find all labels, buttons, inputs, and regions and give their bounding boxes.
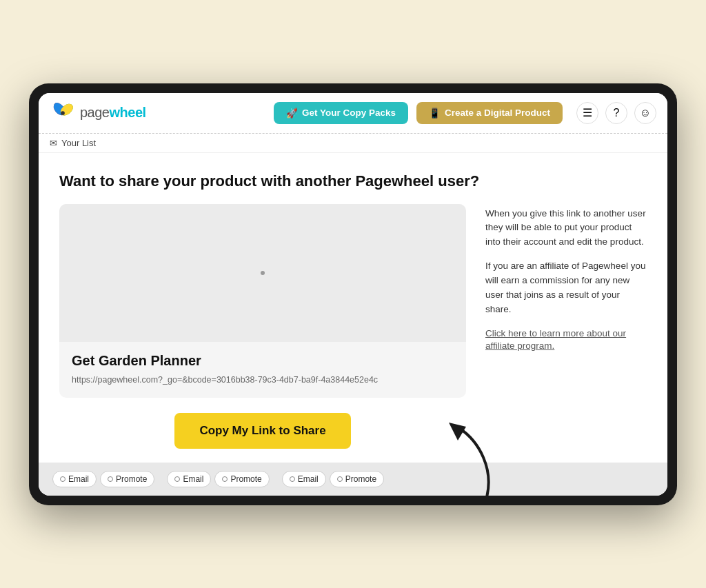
svg-marker-5 (449, 423, 466, 440)
help-icon: ? (614, 107, 620, 119)
product-image-area (59, 204, 466, 342)
content-grid: Get Garden Planner https://pagewheel.com… (59, 204, 647, 398)
email-button-2[interactable]: Email (167, 471, 211, 487)
logo-area: pagewheel (50, 100, 146, 126)
promote-dot-2 (222, 476, 228, 482)
breadcrumb: Your List (61, 138, 96, 148)
get-copy-packs-button[interactable]: 🚀 Get Your Copy Packs (274, 102, 408, 124)
promote-dot-3 (337, 476, 343, 482)
main-content: Want to share your product with another … (39, 153, 667, 463)
menu-icon-button[interactable]: ☰ (576, 102, 598, 124)
logo-text: pagewheel (80, 105, 146, 121)
strip-item-1: Email Promote (52, 471, 154, 487)
strip-item-2: Email Promote (167, 471, 269, 487)
page-title: Want to share your product with another … (59, 172, 647, 190)
create-digital-product-label: Create a Digital Product (445, 108, 550, 118)
get-copy-packs-emoji: 🚀 (286, 108, 298, 119)
bottom-strip: Email Promote Email Promote (39, 463, 667, 496)
menu-icon: ☰ (583, 106, 592, 119)
email-dot-1 (60, 476, 65, 482)
promote-label-1: Promote (116, 474, 147, 484)
nav-icons: ☰ ? ☺ (576, 102, 656, 124)
product-info: Get Garden Planner https://pagewheel.com… (59, 342, 466, 398)
svg-point-4 (61, 111, 65, 115)
product-link[interactable]: https://pagewheel.com?_go=&bcode=3016bb3… (72, 375, 378, 385)
browser-window: pagewheel 🚀 Get Your Copy Packs 📱 Create… (39, 93, 667, 496)
sidebar-info: When you give this link to another user … (485, 204, 647, 352)
promote-dot-1 (108, 476, 113, 482)
product-image-placeholder-dot (261, 271, 265, 275)
email-label-1: Email (68, 474, 89, 484)
email-dot-2 (174, 476, 180, 482)
product-card: Get Garden Planner https://pagewheel.com… (59, 204, 466, 398)
email-button-3[interactable]: Email (282, 471, 326, 487)
envelope-icon: ✉ (50, 138, 57, 148)
promote-button-2[interactable]: Promote (214, 471, 269, 487)
product-name: Get Garden Planner (72, 353, 454, 369)
email-label-2: Email (183, 474, 203, 484)
navbar: pagewheel 🚀 Get Your Copy Packs 📱 Create… (39, 93, 667, 134)
smiley-icon-button[interactable]: ☺ (634, 102, 656, 124)
promote-label-3: Promote (345, 474, 376, 484)
promote-button-3[interactable]: Promote (330, 471, 384, 487)
device-frame: pagewheel 🚀 Get Your Copy Packs 📱 Create… (29, 83, 677, 505)
promote-button-1[interactable]: Promote (100, 471, 154, 487)
sidebar-text-1: When you give this link to another user … (485, 207, 647, 250)
sub-nav: ✉ Your List (39, 134, 667, 153)
affiliate-link[interactable]: Click here to learn more about our affil… (485, 328, 626, 351)
help-icon-button[interactable]: ? (605, 102, 627, 124)
email-button-1[interactable]: Email (52, 471, 97, 487)
logo-icon (50, 100, 76, 126)
strip-item-3: Email Promote (282, 471, 384, 487)
get-copy-packs-label: Get Your Copy Packs (302, 108, 396, 118)
create-digital-product-emoji: 📱 (429, 108, 441, 119)
sidebar-text-2: If you are an affiliate of Pagewheel you… (485, 259, 647, 317)
promote-label-2: Promote (230, 474, 261, 484)
create-digital-product-button[interactable]: 📱 Create a Digital Product (416, 102, 563, 124)
copy-my-link-button[interactable]: Copy My Link to Share (174, 413, 350, 449)
smiley-icon: ☺ (640, 107, 651, 119)
email-label-3: Email (298, 474, 319, 484)
email-dot-3 (290, 476, 295, 482)
